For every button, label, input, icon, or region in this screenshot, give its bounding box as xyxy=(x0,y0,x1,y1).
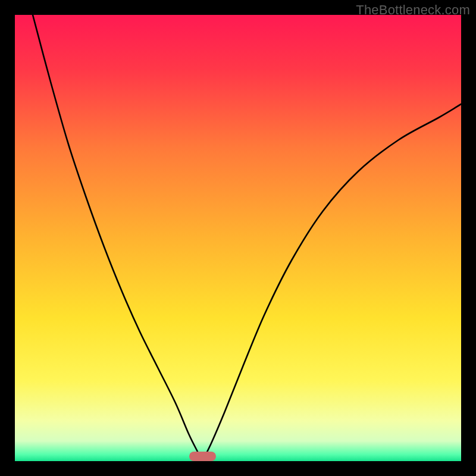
watermark-text: TheBottleneck.com xyxy=(356,2,470,18)
bottleneck-curve xyxy=(15,15,461,461)
curve-left-branch xyxy=(33,15,202,461)
outer-frame: TheBottleneck.com xyxy=(0,0,476,476)
optimum-marker xyxy=(189,452,216,462)
plot-area xyxy=(15,15,461,461)
curve-right-branch xyxy=(202,104,461,461)
